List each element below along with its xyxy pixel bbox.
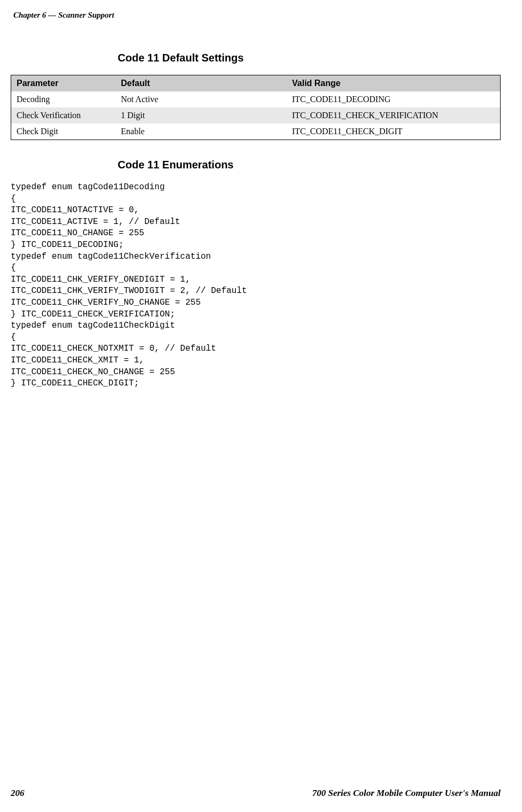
section-title-default-settings: Code 11 Default Settings [118, 52, 501, 64]
table-header-default: Default [116, 75, 287, 92]
code-block: typedef enum tagCode11Decoding { ITC_COD… [11, 182, 501, 390]
table-cell: Check Verification [11, 107, 116, 123]
chapter-header: Chapter 6 — Scanner Support [11, 11, 501, 20]
footer-title: 700 Series Color Mobile Computer User's … [312, 788, 501, 799]
table-cell: 1 Digit [116, 107, 287, 123]
table-cell: ITC_CODE11_CHECK_VERIFICATION [287, 107, 501, 123]
table-cell: Decoding [11, 91, 116, 107]
table-header-valid-range: Valid Range [287, 75, 501, 92]
table-cell: Enable [116, 123, 287, 140]
table-cell: Not Active [116, 91, 287, 107]
table-cell: Check Digit [11, 123, 116, 140]
settings-table: Parameter Default Valid Range Decoding N… [11, 75, 501, 140]
page-footer: 206 700 Series Color Mobile Computer Use… [11, 788, 501, 799]
table-cell: ITC_CODE11_CHECK_DIGIT [287, 123, 501, 140]
table-cell: ITC_CODE11_DECODING [287, 91, 501, 107]
table-row: Check Digit Enable ITC_CODE11_CHECK_DIGI… [11, 123, 501, 140]
table-row: Check Verification 1 Digit ITC_CODE11_CH… [11, 107, 501, 123]
page-number: 206 [11, 788, 25, 799]
section-title-enumerations: Code 11 Enumerations [118, 159, 501, 171]
table-row: Decoding Not Active ITC_CODE11_DECODING [11, 91, 501, 107]
table-header-parameter: Parameter [11, 75, 116, 92]
